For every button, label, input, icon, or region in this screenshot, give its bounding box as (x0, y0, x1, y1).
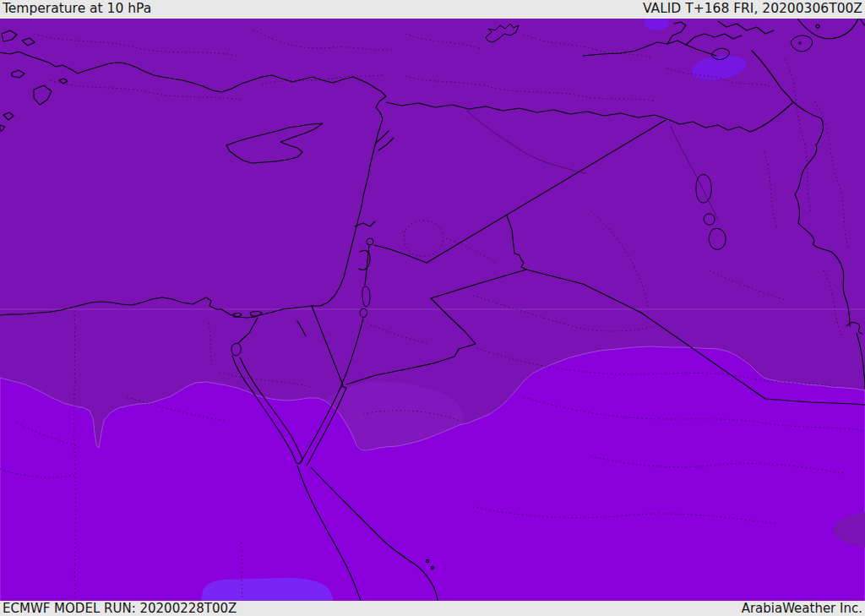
map-product-title: Temperature at 10 hPa (3, 3, 151, 16)
credit-label: ArabiaWeather Inc. (742, 602, 862, 615)
violet-blob-south (201, 578, 333, 601)
map-canvas (0, 0, 865, 616)
footer-bar: ECMWF MODEL RUN: 20200228T00Z ArabiaWeat… (0, 601, 865, 616)
header-bar: Temperature at 10 hPa VALID T+168 FRI, 2… (0, 0, 865, 19)
valid-time-label: VALID T+168 FRI, 20200306T00Z (643, 3, 862, 16)
weather-map-product: Temperature at 10 hPa VALID T+168 FRI, 2… (0, 0, 865, 616)
model-run-label: ECMWF MODEL RUN: 20200228T00Z (3, 602, 237, 615)
temperature-shading (0, 0, 865, 616)
